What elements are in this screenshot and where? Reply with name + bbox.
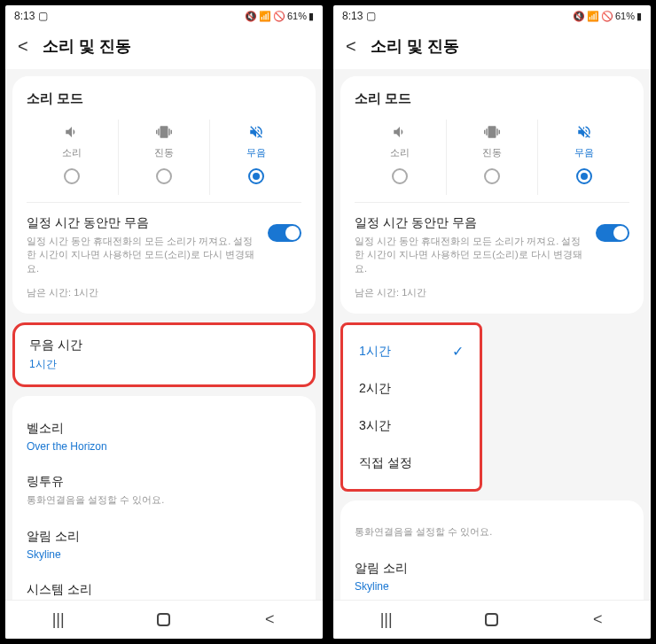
radio-mute[interactable] bbox=[248, 168, 264, 184]
back-nav-button[interactable]: < bbox=[580, 610, 615, 629]
ringtoyou-row-partial[interactable]: 통화연결음을 설정할 수 있어요. bbox=[355, 515, 629, 549]
battery-icon: ▮ bbox=[636, 11, 642, 22]
temp-mute-desc: 일정 시간 동안 휴대전화의 모든 소리가 꺼져요. 설정한 시간이 지나면 사… bbox=[27, 235, 257, 275]
system-sound-row[interactable]: 시스템 소리 갤럭시 bbox=[27, 571, 301, 600]
mode-mute[interactable]: 무음 bbox=[537, 120, 629, 195]
speaker-icon bbox=[355, 123, 446, 141]
no-icon: 🚫 bbox=[601, 11, 613, 22]
sound-mode-title: 소리 모드 bbox=[27, 90, 301, 107]
back-button[interactable]: < bbox=[346, 36, 356, 57]
temp-mute-title: 일정 시간 동안만 무음 bbox=[355, 215, 585, 231]
sound-mode-card: 소리 모드 소리 진동 bbox=[12, 76, 316, 314]
header: < 소리 및 진동 bbox=[5, 27, 323, 69]
temp-mute-desc: 일정 시간 동안 휴대전화의 모든 소리가 꺼져요. 설정한 시간이 지나면 사… bbox=[355, 235, 585, 275]
battery-text: 61% bbox=[615, 11, 635, 21]
mute-icon: 🔇 bbox=[573, 11, 585, 22]
content-scroll[interactable]: 소리 모드 소리 진동 bbox=[333, 69, 651, 600]
sound-mode-card: 소리 모드 소리 진동 bbox=[340, 76, 644, 314]
wifi-icon: 📶 bbox=[587, 11, 599, 22]
mute-time-dropdown: 1시간 ✓ 2시간 3시간 직접 설정 bbox=[340, 322, 482, 492]
mode-mute[interactable]: 무음 bbox=[209, 120, 301, 195]
mute-speaker-icon bbox=[210, 123, 301, 141]
temp-mute-row[interactable]: 일정 시간 동안만 무음 일정 시간 동안 휴대전화의 모든 소리가 꺼져요. … bbox=[355, 215, 629, 275]
mute-time-value: 1시간 bbox=[29, 357, 299, 372]
temp-mute-title: 일정 시간 동안만 무음 bbox=[27, 215, 257, 231]
notification-row[interactable]: 알림 소리 Skyline bbox=[27, 518, 301, 571]
temp-mute-row[interactable]: 일정 시간 동안만 무음 일정 시간 동안 휴대전화의 모든 소리가 꺼져요. … bbox=[27, 215, 301, 275]
phone-left: 8:13 ▢ 🔇 📶 🚫 61% ▮ < 소리 및 진동 소리 모드 소리 bbox=[4, 4, 324, 640]
header: < 소리 및 진동 bbox=[333, 27, 651, 69]
dropdown-option-1h[interactable]: 1시간 ✓ bbox=[343, 332, 480, 370]
dropdown-option-custom[interactable]: 직접 설정 bbox=[343, 445, 480, 482]
mode-vibrate[interactable]: 진동 bbox=[446, 120, 538, 195]
mute-icon: 🔇 bbox=[245, 11, 257, 22]
page-title: 소리 및 진동 bbox=[43, 35, 131, 57]
radio-mute[interactable] bbox=[576, 168, 592, 184]
mute-time-row[interactable]: 무음 시간 1시간 bbox=[12, 322, 316, 387]
home-button[interactable] bbox=[474, 613, 510, 626]
mode-vibrate[interactable]: 진동 bbox=[118, 120, 210, 195]
mode-sound[interactable]: 소리 bbox=[27, 120, 118, 195]
remain-text: 남은 시간: 1시간 bbox=[27, 286, 301, 299]
radio-vibrate[interactable] bbox=[484, 168, 500, 184]
battery-text: 61% bbox=[287, 11, 307, 21]
speaker-icon bbox=[27, 123, 118, 141]
vibrate-icon bbox=[447, 123, 538, 141]
sound-mode-title: 소리 모드 bbox=[355, 90, 629, 107]
screenshot-icon: ▢ bbox=[366, 10, 376, 22]
back-button[interactable]: < bbox=[18, 36, 28, 57]
remain-text: 남은 시간: 1시간 bbox=[355, 286, 629, 299]
recents-button[interactable]: ||| bbox=[369, 610, 404, 629]
vibrate-icon bbox=[119, 123, 210, 141]
content-scroll[interactable]: 소리 모드 소리 진동 bbox=[5, 69, 323, 600]
battery-icon: ▮ bbox=[308, 11, 314, 22]
phone-right: 8:13 ▢ 🔇 📶 🚫 61% ▮ < 소리 및 진동 소리 모드 소리 bbox=[332, 4, 652, 640]
page-title: 소리 및 진동 bbox=[371, 35, 459, 57]
dropdown-option-2h[interactable]: 2시간 bbox=[343, 370, 480, 407]
mute-time-title: 무음 시간 bbox=[29, 338, 299, 353]
radio-sound[interactable] bbox=[392, 168, 408, 184]
status-time: 8:13 bbox=[14, 10, 35, 22]
wifi-icon: 📶 bbox=[259, 11, 271, 22]
radio-sound[interactable] bbox=[64, 168, 80, 184]
back-nav-button[interactable]: < bbox=[252, 610, 287, 629]
check-icon: ✓ bbox=[452, 343, 464, 360]
status-bar: 8:13 ▢ 🔇 📶 🚫 61% ▮ bbox=[5, 5, 323, 27]
nav-bar: ||| < bbox=[333, 600, 651, 639]
home-button[interactable] bbox=[146, 613, 182, 626]
temp-mute-toggle[interactable] bbox=[268, 224, 301, 242]
temp-mute-toggle[interactable] bbox=[596, 224, 629, 242]
dropdown-option-3h[interactable]: 3시간 bbox=[343, 407, 480, 445]
radio-vibrate[interactable] bbox=[156, 168, 172, 184]
ringtoyou-row[interactable]: 링투유 통화연결음을 설정할 수 있어요. bbox=[27, 463, 301, 517]
sounds-card: 통화연결음을 설정할 수 있어요. 알림 소리 Skyline 시스템 소리 갤… bbox=[340, 500, 644, 600]
no-icon: 🚫 bbox=[273, 11, 285, 22]
screenshot-icon: ▢ bbox=[38, 10, 48, 22]
sounds-card: 벨소리 Over the Horizon 링투유 통화연결음을 설정할 수 있어… bbox=[12, 396, 316, 600]
ringtone-row[interactable]: 벨소리 Over the Horizon bbox=[27, 410, 301, 463]
status-bar: 8:13 ▢ 🔇 📶 🚫 61% ▮ bbox=[333, 5, 651, 27]
notification-row[interactable]: 알림 소리 Skyline bbox=[355, 550, 629, 600]
mode-sound[interactable]: 소리 bbox=[355, 120, 446, 195]
recents-button[interactable]: ||| bbox=[41, 610, 76, 629]
mute-speaker-icon bbox=[538, 123, 629, 141]
status-time: 8:13 bbox=[342, 10, 363, 22]
nav-bar: ||| < bbox=[5, 600, 323, 639]
